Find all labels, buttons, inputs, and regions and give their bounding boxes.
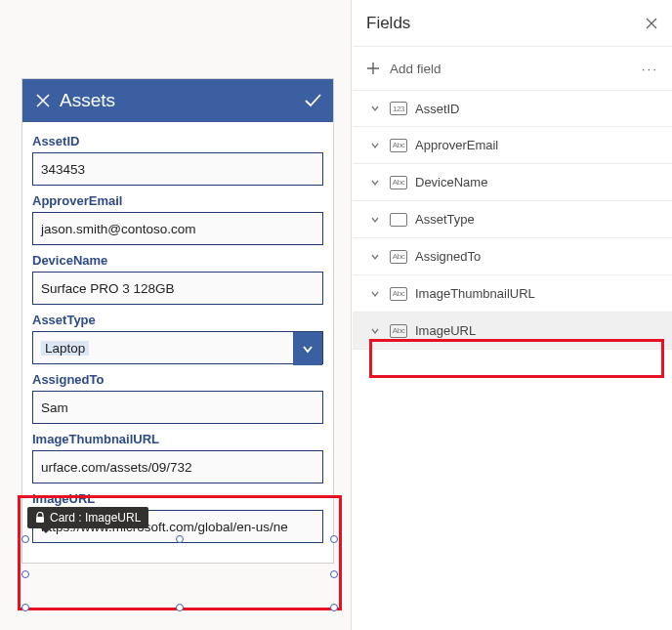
chevron-down-icon — [370, 104, 382, 113]
panel-item-assignedto[interactable]: AbcAssignedTo — [353, 238, 672, 275]
resize-handle[interactable] — [21, 535, 29, 543]
form-card: Assets AssetID343453ApproverEmailjason.s… — [21, 78, 334, 564]
panel-item-label: AssignedTo — [415, 249, 481, 264]
chevron-down-icon — [370, 141, 382, 150]
chevron-down-icon — [370, 252, 382, 262]
form-title: Assets — [54, 90, 302, 111]
panel-item-assetid[interactable]: 123AssetID — [353, 90, 672, 127]
add-field-row[interactable]: Add field ··· — [353, 47, 672, 90]
panel-item-label: AssetID — [415, 102, 460, 116]
field-card-assignedto[interactable]: AssignedToSam — [32, 372, 323, 424]
field-card-devicename[interactable]: DeviceNameSurface PRO 3 128GB — [32, 253, 323, 305]
field-input[interactable]: Sam — [32, 391, 323, 424]
resize-handle[interactable] — [330, 604, 338, 611]
field-label: ApproverEmail — [32, 193, 323, 208]
panel-item-approveremail[interactable]: AbcApproverEmail — [353, 127, 672, 164]
field-input[interactable]: Surface PRO 3 128GB — [32, 272, 323, 305]
resize-handle[interactable] — [21, 570, 29, 578]
panel-item-imageurl[interactable]: AbcImageURL — [353, 313, 672, 350]
selection-tooltip: Card : ImageURL — [27, 507, 148, 528]
type-text-icon: Abc — [390, 287, 407, 301]
svg-rect-0 — [36, 517, 44, 523]
chevron-down-icon — [370, 215, 382, 225]
panel-title: Fields — [366, 14, 410, 33]
close-icon[interactable] — [32, 90, 54, 111]
field-card-approveremail[interactable]: ApproverEmailjason.smith@contoso.com — [32, 193, 323, 245]
field-label: DeviceName — [32, 253, 323, 268]
chevron-down-icon — [370, 289, 382, 299]
type-grid-icon — [390, 213, 407, 227]
panel-item-devicename[interactable]: AbcDeviceName — [353, 164, 672, 201]
type-text-icon: Abc — [390, 176, 407, 189]
form-header: Assets — [22, 79, 333, 122]
panel-item-label: AssetType — [415, 212, 475, 227]
type-number-icon: 123 — [390, 102, 407, 115]
panel-item-label: ImageURL — [415, 323, 476, 338]
field-card-assetid[interactable]: AssetID343453 — [32, 134, 323, 186]
field-label: ImageThumbnailURL — [32, 432, 323, 446]
panel-item-assettype[interactable]: AssetType — [353, 201, 672, 238]
chevron-down-icon — [370, 326, 382, 336]
resize-handle[interactable] — [176, 535, 184, 543]
field-input[interactable]: jason.smith@contoso.com — [32, 212, 323, 245]
chevron-down-icon[interactable] — [293, 332, 322, 365]
panel-item-imagethumbnailurl[interactable]: AbcImageThumbnailURL — [353, 275, 672, 313]
resize-handle[interactable] — [21, 604, 29, 611]
panel-item-label: DeviceName — [415, 175, 487, 189]
plus-icon — [366, 62, 380, 75]
field-label: AssetType — [32, 313, 323, 327]
field-input[interactable]: urface.com/assets/09/732 — [32, 450, 323, 483]
field-card-assettype[interactable]: AssetTypeLaptop — [32, 313, 323, 364]
close-panel-icon[interactable] — [645, 17, 658, 30]
type-text-icon: Abc — [390, 250, 407, 264]
lock-icon — [35, 512, 45, 524]
type-text-icon: Abc — [390, 324, 407, 338]
submit-check-icon[interactable] — [302, 90, 323, 111]
field-value: Laptop — [41, 341, 89, 356]
tooltip-text: Card : ImageURL — [50, 511, 141, 525]
chevron-down-icon — [370, 178, 382, 188]
resize-handle[interactable] — [330, 570, 338, 578]
field-label: AssetID — [32, 134, 323, 148]
more-icon[interactable]: ··· — [642, 62, 658, 76]
resize-handle[interactable] — [330, 535, 338, 543]
fields-panel: Fields Add field ··· 123AssetIDAbcApprov… — [353, 0, 672, 630]
field-input[interactable]: 343453 — [32, 152, 323, 186]
panel-item-label: ImageThumbnailURL — [415, 286, 535, 301]
panel-header: Fields — [353, 0, 672, 47]
field-select[interactable]: Laptop — [32, 331, 323, 364]
field-card-imagethumbnailurl[interactable]: ImageThumbnailURLurface.com/assets/09/73… — [32, 432, 323, 483]
type-text-icon: Abc — [390, 139, 407, 152]
add-field-label: Add field — [390, 62, 441, 76]
field-label: ImageURL — [32, 491, 323, 506]
panel-item-label: ApproverEmail — [415, 138, 498, 152]
resize-handle[interactable] — [176, 604, 184, 611]
field-label: AssignedTo — [32, 372, 323, 387]
